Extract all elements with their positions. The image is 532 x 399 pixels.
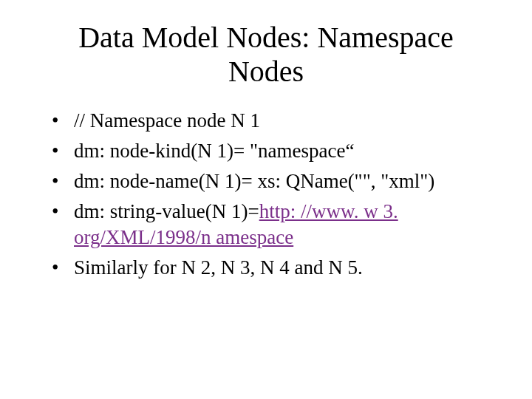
list-item: • dm: node-name(N 1)= xs: QName("", "xml… (52, 168, 488, 194)
bullet-text-prefix: dm: string-value(N 1)= (74, 200, 259, 222)
bullet-text: dm: node-name(N 1)= xs: QName("", "xml") (74, 170, 434, 192)
bullet-text: Similarly for N 2, N 3, N 4 and N 5. (74, 256, 363, 279)
bullet-text: dm: node-kind(N 1)= "namespace“ (74, 140, 354, 162)
bullet-list: • // Namespace node N 1 • dm: node-kind(… (52, 108, 488, 282)
bullet-icon: • (52, 138, 58, 164)
slide: Data Model Nodes: Namespace Nodes • // N… (0, 0, 532, 399)
list-item: • dm: string-value(N 1)=http: //www. w 3… (52, 199, 488, 250)
slide-title: Data Model Nodes: Namespace Nodes (44, 21, 488, 89)
bullet-text: // Namespace node N 1 (74, 109, 260, 132)
list-item: • dm: node-kind(N 1)= "namespace“ (52, 138, 488, 164)
bullet-icon: • (52, 108, 58, 134)
list-item: • Similarly for N 2, N 3, N 4 and N 5. (52, 255, 488, 281)
bullet-icon: • (52, 255, 58, 281)
list-item: • // Namespace node N 1 (52, 108, 488, 134)
bullet-icon: • (52, 168, 58, 194)
bullet-icon: • (52, 199, 58, 225)
